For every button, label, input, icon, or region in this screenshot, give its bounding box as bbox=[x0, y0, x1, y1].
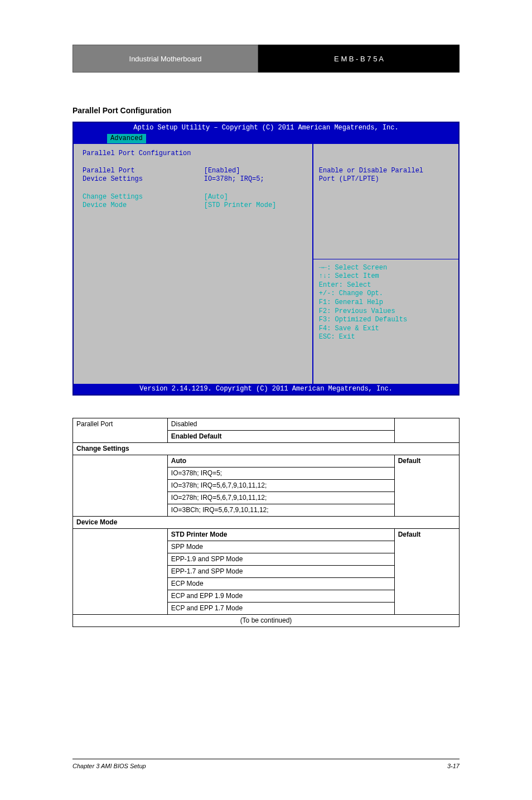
table-section-row: Change Settings bbox=[73, 443, 460, 455]
bios-row: Change Settings[Auto] bbox=[83, 193, 303, 202]
table-option: EPP-1.7 and SPP Mode bbox=[167, 566, 394, 578]
table-default-label: Default bbox=[394, 455, 459, 517]
table-default-label: Default bbox=[394, 529, 459, 615]
bios-nav-help: →←: Select Screen ↑↓: Select Item Enter:… bbox=[319, 264, 407, 342]
bios-left-pane: Parallel Port Configuration Parallel Por… bbox=[74, 144, 312, 384]
table-option: IO=3BCh; IRQ=5,6,7,9,10,11,12; bbox=[167, 504, 394, 517]
table-header-row: Parallel Port Disabled bbox=[73, 418, 460, 431]
table-item-blank bbox=[73, 529, 168, 615]
bios-screenshot: Aptio Setup Utility – Copyright (C) 2011… bbox=[72, 122, 460, 396]
bios-title-bar: Aptio Setup Utility – Copyright (C) 2011… bbox=[74, 123, 458, 134]
table-option: EPP-1.9 and SPP Mode bbox=[167, 553, 394, 566]
table-option: IO=378h; IRQ=5; bbox=[167, 468, 394, 480]
table-continued: (To be continued) bbox=[73, 615, 460, 627]
header-right: E M B - B 7 5 A bbox=[258, 45, 460, 73]
page-header: Industrial Motherboard E M B - B 7 5 A bbox=[72, 45, 460, 73]
bios-row: Device Mode[STD Printer Mode] bbox=[83, 201, 303, 210]
table-option-default: Enabled Default bbox=[167, 431, 394, 443]
table-option: ECP Mode bbox=[167, 578, 394, 590]
page: Industrial Motherboard E M B - B 7 5 A P… bbox=[0, 0, 532, 800]
table-option: Auto bbox=[167, 455, 394, 468]
bios-heading: Parallel Port Configuration bbox=[83, 150, 204, 158]
table-section-row: Device Mode bbox=[73, 517, 460, 529]
options-table: Parallel Port Disabled Enabled Default C… bbox=[72, 418, 460, 627]
bios-help-divider bbox=[313, 259, 458, 259]
table-footer-row: (To be continued) bbox=[73, 615, 460, 627]
table-option: ECP and EPP 1.7 Mode bbox=[167, 603, 394, 615]
section-title: Parallel Port Configuration bbox=[72, 106, 460, 115]
table-option: STD Printer Mode bbox=[167, 529, 394, 541]
header-left: Industrial Motherboard bbox=[72, 45, 258, 73]
page-footer: Chapter 3 AMI BIOS Setup 3-17 bbox=[72, 759, 460, 769]
table-option: Disabled bbox=[167, 418, 394, 431]
footer-chapter: Chapter 3 AMI BIOS Setup bbox=[72, 763, 146, 769]
table-option: SPP Mode bbox=[167, 541, 394, 553]
bios-row: Device SettingsIO=378h; IRQ=5; bbox=[83, 175, 303, 184]
bios-right-pane: Enable or Disable Parallel Port (LPT/LPT… bbox=[312, 144, 458, 384]
table-section-title: Change Settings bbox=[73, 443, 460, 455]
bios-help-text: Enable or Disable Parallel Port (LPT/LPT… bbox=[319, 167, 453, 184]
table-option: ECP and EPP 1.9 Mode bbox=[167, 590, 394, 603]
bios-row: Parallel Port[Enabled] bbox=[83, 167, 303, 176]
table-row: Auto Default bbox=[73, 455, 460, 468]
table-header-item: Parallel Port bbox=[73, 418, 168, 443]
table-row: STD Printer Mode Default bbox=[73, 529, 460, 541]
table-section-title: Device Mode bbox=[73, 517, 460, 529]
table-header-blank bbox=[394, 418, 459, 443]
table-item-blank bbox=[73, 455, 168, 517]
table-option: IO=278h; IRQ=5,6,7,9,10,11,12; bbox=[167, 492, 394, 504]
bios-tab-row: Advanced bbox=[74, 134, 458, 144]
bios-body: Parallel Port Configuration Parallel Por… bbox=[74, 144, 458, 384]
table-option: IO=378h; IRQ=5,6,7,9,10,11,12; bbox=[167, 480, 394, 492]
footer-page-number: 3-17 bbox=[447, 763, 460, 769]
bios-version-bar: Version 2.14.1219. Copyright (C) 2011 Am… bbox=[74, 384, 458, 395]
bios-tab-advanced: Advanced bbox=[107, 134, 146, 144]
